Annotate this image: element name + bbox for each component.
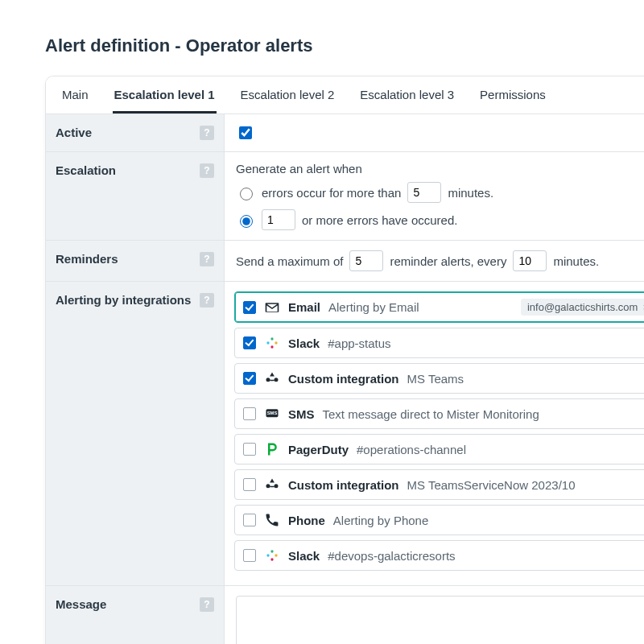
slack-icon — [264, 547, 280, 564]
escalation-intro: Generate an alert when — [236, 162, 362, 175]
escalation-opt2-after: or more errors have occured. — [302, 213, 457, 227]
integration-item[interactable]: SMSSMSText message direct to Mister Moni… — [234, 398, 644, 429]
integration-checkbox[interactable] — [243, 478, 256, 491]
label-active: Active — [56, 126, 92, 139]
integration-item[interactable]: Custom integrationMS Teams — [234, 363, 644, 394]
row-reminders: Reminders ? Send a maximum of reminder a… — [46, 241, 644, 282]
svg-rect-2 — [275, 341, 277, 344]
integration-item[interactable]: PagerDuty#operations-channel — [234, 434, 644, 464]
help-icon[interactable]: ? — [200, 163, 214, 178]
label-escalation: Escalation — [56, 163, 116, 177]
svg-rect-3 — [270, 345, 273, 348]
email-icon — [264, 299, 280, 316]
svg-rect-6 — [266, 554, 269, 556]
page-title: Alert definition - Operator alerts — [45, 35, 644, 56]
recipient-chip-text: info@galacticshirts.com — [527, 301, 638, 313]
integration-desc: Alerting by Email — [328, 300, 419, 314]
svg-rect-7 — [270, 550, 273, 552]
label-message: Message — [56, 597, 106, 611]
integration-name: Custom integration — [288, 372, 399, 386]
svg-rect-1 — [270, 337, 273, 340]
tab-escalation-level-3[interactable]: Escalation level 3 — [358, 76, 456, 114]
svg-rect-0 — [266, 341, 269, 344]
integration-checkbox[interactable] — [243, 372, 256, 385]
integration-desc: Alerting by Phone — [333, 514, 428, 527]
integration-item[interactable]: Slack#devops-galacticresorts — [234, 540, 644, 571]
integration-item[interactable]: Slack#app-status — [234, 328, 644, 358]
escalation-opt1-before: errors occur for more than — [262, 186, 401, 200]
integration-checkbox[interactable] — [243, 514, 256, 526]
integration-desc: #app-status — [328, 336, 390, 350]
slack-icon — [264, 335, 280, 351]
help-icon[interactable]: ? — [200, 597, 214, 612]
custom-icon — [264, 370, 280, 386]
row-active: Active ? — [46, 114, 644, 152]
row-message: Message ? — [46, 586, 644, 644]
help-icon[interactable]: ? — [200, 293, 214, 308]
form-card: MainEscalation level 1Escalation level 2… — [45, 76, 644, 644]
label-reminders: Reminders — [56, 252, 118, 266]
row-escalation: Escalation ? Generate an alert when erro… — [46, 152, 644, 241]
escalation-opt2-value[interactable] — [262, 209, 295, 230]
integration-desc: MS TeamsServiceNow 2023/10 — [407, 478, 576, 492]
integration-desc: MS Teams — [407, 372, 464, 386]
tab-escalation-level-1[interactable]: Escalation level 1 — [113, 76, 217, 114]
sms-icon: SMS — [264, 406, 280, 422]
integrations-list: EmailAlerting by Emailinfo@galacticshirt… — [225, 282, 644, 585]
escalation-option-2-radio[interactable] — [240, 215, 253, 228]
integration-name: SMS — [288, 407, 315, 421]
active-checkbox[interactable] — [239, 126, 252, 139]
escalation-opt1-value[interactable] — [407, 182, 441, 203]
reminders-before: Send a maximum of — [236, 254, 343, 268]
recipient-chip[interactable]: info@galacticshirts.com× — [521, 299, 644, 316]
reminders-after: minutes. — [553, 254, 599, 268]
integration-desc: Text message direct to Mister Monitoring — [323, 407, 539, 421]
integration-checkbox[interactable] — [243, 407, 256, 420]
reminders-interval[interactable] — [513, 250, 547, 271]
integration-desc: #operations-channel — [357, 443, 466, 456]
integration-checkbox[interactable] — [243, 549, 256, 562]
integration-desc: #devops-galacticresorts — [328, 549, 455, 563]
integration-name: Phone — [288, 514, 325, 527]
row-integrations: Alerting by integrations ? EmailAlerting… — [46, 282, 644, 586]
integration-item[interactable]: EmailAlerting by Emailinfo@galacticshirt… — [234, 291, 644, 323]
label-integrations: Alerting by integrations — [56, 293, 191, 307]
svg-text:SMS: SMS — [267, 411, 278, 415]
tabs: MainEscalation level 1Escalation level 2… — [46, 76, 644, 114]
integration-name: Slack — [288, 336, 320, 350]
message-textarea[interactable] — [236, 596, 644, 644]
integration-checkbox[interactable] — [243, 443, 256, 456]
svg-rect-8 — [275, 554, 277, 556]
tab-permissions[interactable]: Permissions — [478, 76, 547, 114]
integration-checkbox[interactable] — [243, 301, 256, 314]
tab-escalation-level-2[interactable]: Escalation level 2 — [239, 76, 336, 114]
integration-name: Custom integration — [288, 478, 399, 492]
reminders-mid: reminder alerts, every — [390, 254, 506, 268]
help-icon[interactable]: ? — [200, 252, 214, 266]
integration-name: Email — [288, 300, 320, 314]
integration-name: Slack — [288, 549, 320, 563]
escalation-option-1-radio[interactable] — [240, 188, 253, 200]
integration-checkbox[interactable] — [243, 336, 256, 349]
integration-item[interactable]: Custom integrationMS TeamsServiceNow 202… — [234, 469, 644, 500]
help-icon[interactable]: ? — [200, 126, 214, 140]
pagerduty-icon — [264, 441, 280, 457]
svg-rect-9 — [270, 558, 273, 560]
custom-icon — [264, 477, 280, 493]
integration-name: PagerDuty — [288, 443, 349, 456]
escalation-opt1-after: minutes. — [448, 186, 493, 200]
tab-main[interactable]: Main — [60, 76, 90, 114]
integration-item[interactable]: PhoneAlerting by Phone — [234, 505, 644, 535]
phone-icon — [264, 512, 280, 528]
reminders-count[interactable] — [349, 250, 383, 271]
